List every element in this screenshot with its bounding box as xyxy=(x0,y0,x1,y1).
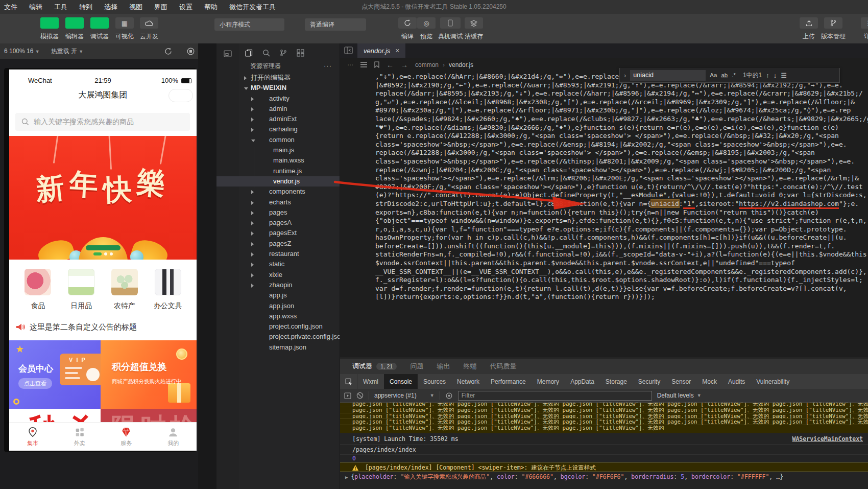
panel-tab-问题[interactable]: 问题 xyxy=(410,362,423,371)
panel-tab-输出[interactable]: 输出 xyxy=(437,362,450,371)
explorer-more-icon[interactable]: ··· xyxy=(324,60,332,72)
outline-icon[interactable] xyxy=(360,62,367,67)
flash-sale-banner-clipped[interactable]: 秒杀 xyxy=(9,409,101,422)
tree-item-activity[interactable]: activity xyxy=(216,94,340,104)
tree-item-pagesZ[interactable]: pagesZ xyxy=(216,239,340,249)
menu-编辑[interactable]: 编辑 xyxy=(29,3,42,12)
context-select[interactable]: appservice (#1)▼ xyxy=(374,392,435,399)
tree-item-project.private.config.json[interactable]: project.private.config.json xyxy=(216,332,340,342)
live-expression-eye-icon[interactable] xyxy=(445,392,453,399)
tabbar-item-我的[interactable]: 我的 xyxy=(150,423,197,451)
tree-item-carhailing[interactable]: carhailing xyxy=(216,124,340,134)
simulator-toggle-button[interactable]: 模拟器 xyxy=(39,17,60,41)
sim-refresh-icon[interactable] xyxy=(164,48,172,55)
editor-toggle-button[interactable]: 编辑器 xyxy=(64,17,85,41)
window-toggle-icon[interactable] xyxy=(224,50,232,57)
menu-选择[interactable]: 选择 xyxy=(104,3,117,12)
tabbar-item-服务[interactable]: 服务 xyxy=(103,423,150,451)
tree-item-restaurant[interactable]: restaurant xyxy=(216,249,340,259)
tree-item-MP-WEIXIN[interactable]: MP-WEIXIN xyxy=(216,83,340,93)
mode-select[interactable]: 小程序模式 xyxy=(214,18,284,31)
tree-item-adminExt[interactable]: adminExt xyxy=(216,114,340,124)
tree-item-main.js[interactable]: main.js xyxy=(216,145,340,155)
newyear-banner[interactable]: 新年快樂 xyxy=(9,136,197,260)
tree-item-echarts[interactable]: echarts xyxy=(216,197,340,207)
clear-console-icon[interactable] xyxy=(356,392,364,399)
devtools-tab-Wxml[interactable]: Wxml xyxy=(357,374,384,389)
search-input[interactable]: 输入关键字搜索您感兴趣的商品 xyxy=(15,112,190,131)
menu-转到[interactable]: 转到 xyxy=(79,3,92,12)
console-filter-input[interactable]: Filter xyxy=(458,391,652,401)
search-files-icon[interactable] xyxy=(262,49,270,57)
visualize-button[interactable]: ▦ 可视化 xyxy=(114,17,135,41)
source-control-icon[interactable] xyxy=(280,49,287,57)
menu-微信开发者工具[interactable]: 微信开发者工具 xyxy=(229,3,276,12)
devtools-tab-Memory[interactable]: Memory xyxy=(532,374,565,389)
promo-banner-clipped[interactable]: 限时抢 xyxy=(101,409,197,422)
devtools-tab-AppData[interactable]: AppData xyxy=(565,374,600,389)
extensions-icon[interactable] xyxy=(297,49,304,57)
overflow-menu-icon[interactable]: ⋯ xyxy=(347,61,353,68)
sim-record-icon[interactable] xyxy=(187,48,195,55)
version-control-button[interactable]: 版本管理 xyxy=(820,17,847,41)
panel-tab-代码质量[interactable]: 代码质量 xyxy=(490,362,516,371)
files-icon[interactable] xyxy=(245,49,253,57)
capsule-menu-button[interactable] xyxy=(168,89,193,102)
debugger-toggle-button[interactable]: 调试器 xyxy=(89,17,110,41)
cloud-dev-button[interactable]: 云开发 xyxy=(139,17,159,41)
menu-设置[interactable]: 设置 xyxy=(179,3,192,12)
tabbar-item-外卖[interactable]: 外卖 xyxy=(56,423,103,451)
nav-forward-icon[interactable]: → xyxy=(401,61,408,69)
whole-word-toggle[interactable]: ab xyxy=(721,72,728,78)
category-item[interactable]: 农特产 xyxy=(109,269,140,314)
details-button-clipped[interactable]: ☷ 详情 xyxy=(860,17,868,41)
tree-item-main.wxss[interactable]: main.wxss xyxy=(216,155,340,166)
devtools-tab-Vulnerability[interactable]: Vulnerability xyxy=(751,374,795,389)
devtools-tab-Mock[interactable]: Mock xyxy=(696,374,722,389)
tree-item-app.js[interactable]: app.js xyxy=(216,290,340,300)
tree-item-打开的编辑器[interactable]: 打开的编辑器 xyxy=(216,73,340,83)
devtools-tab-Security[interactable]: Security xyxy=(633,374,666,389)
log-levels-select[interactable]: Default levels▼ xyxy=(657,392,702,399)
category-item[interactable]: 日用品 xyxy=(66,269,97,314)
menu-工具[interactable]: 工具 xyxy=(54,3,67,12)
category-item[interactable]: 食品 xyxy=(22,269,53,314)
regex-toggle[interactable]: .* xyxy=(732,72,736,78)
menu-帮助[interactable]: 帮助 xyxy=(204,3,218,12)
devtools-tab-Storage[interactable]: Storage xyxy=(600,374,633,389)
tree-item-pagesA[interactable]: pagesA xyxy=(216,218,340,228)
notice-bar[interactable]: 这里是第二条自定义公告的标题 xyxy=(9,314,197,340)
find-expand-icon[interactable]: › xyxy=(624,72,626,79)
devtools-tab-Network[interactable]: Network xyxy=(451,374,485,389)
bookmark-icon[interactable] xyxy=(374,61,379,68)
inspect-element-icon[interactable] xyxy=(340,374,357,389)
tab-close-icon[interactable]: × xyxy=(395,46,399,55)
find-input[interactable]: uniacid xyxy=(630,70,706,81)
menu-界面[interactable]: 界面 xyxy=(154,3,167,12)
tree-item-app.wxss[interactable]: app.wxss xyxy=(216,311,340,321)
tab-vendor-js[interactable]: vendor.js × xyxy=(357,43,405,58)
code-content[interactable]: ,"⇓"),e=e.replace(/&hArr;|&#8660;|&#x21d… xyxy=(340,73,868,301)
tree-item-zhaopin[interactable]: zhaopin xyxy=(216,280,340,290)
hot-reload-select[interactable]: 热重载 开 ▼ xyxy=(51,47,84,56)
find-next-icon[interactable]: ↓ xyxy=(774,72,777,79)
clear-cache-button[interactable]: 清缓存 xyxy=(464,17,484,41)
member-center-banner[interactable]: 会员中心 点击查看 xyxy=(9,340,101,409)
panel-tab-终端[interactable]: 终端 xyxy=(463,362,476,371)
menu-文件[interactable]: 文件 xyxy=(4,3,17,12)
category-item[interactable]: 办公文具 xyxy=(153,269,183,314)
console-object-preview[interactable]: ▶{placeholder: "输入关键字搜索您感兴趣的商品", color: … xyxy=(340,472,868,482)
compile-button[interactable]: 编译 xyxy=(397,17,418,41)
devtools-tab-Sensor[interactable]: Sensor xyxy=(666,374,696,389)
tree-item-pages[interactable]: pages xyxy=(216,207,340,218)
breadcrumb-file[interactable]: vendor.js xyxy=(449,61,473,68)
find-prev-icon[interactable]: ↑ xyxy=(766,72,769,79)
devtools-tab-Sources[interactable]: Sources xyxy=(418,374,451,389)
menu-视图[interactable]: 视图 xyxy=(129,3,142,12)
preview-button[interactable]: ◎ 预览 xyxy=(416,17,437,41)
wa-service-link[interactable]: WAServiceMainContext xyxy=(792,433,863,445)
tree-item-xixie[interactable]: xixie xyxy=(216,270,340,280)
devtools-tab-Console[interactable]: Console xyxy=(384,374,418,389)
tree-item-components[interactable]: components xyxy=(216,187,340,197)
console-sidebar-icon[interactable] xyxy=(344,392,351,399)
